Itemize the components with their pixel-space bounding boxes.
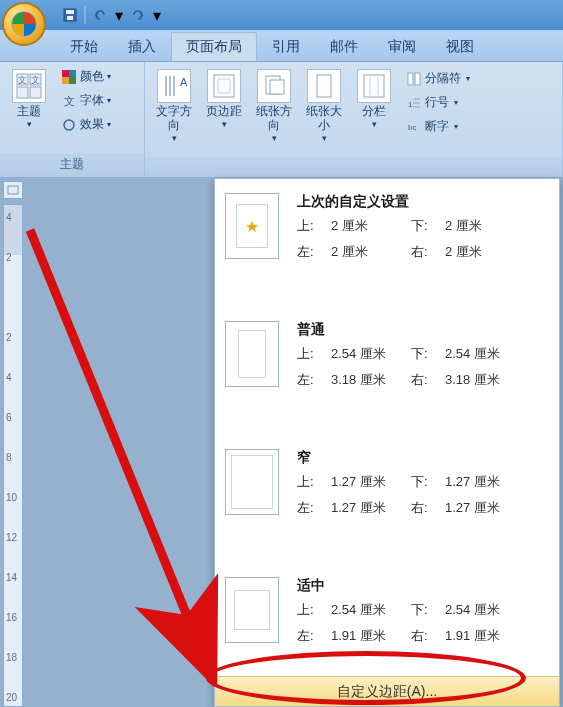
theme-effects[interactable]: 效果▾ bbox=[57, 114, 115, 135]
preset-values: 上:2 厘米下:2 厘米左:2 厘米右:2 厘米 bbox=[297, 217, 553, 261]
breaks-icon bbox=[406, 71, 422, 87]
orientation-label: 纸张方向 bbox=[252, 105, 296, 133]
margins-button[interactable]: 页边距 ▾ bbox=[199, 66, 249, 132]
margin-preset-narrow[interactable]: 窄上:1.27 厘米下:1.27 厘米左:1.27 厘米右:1.27 厘米 bbox=[215, 439, 559, 527]
fonts-icon: 文 bbox=[61, 93, 77, 109]
breaks-button[interactable]: 分隔符 bbox=[402, 68, 474, 89]
margin-preset-normal[interactable]: 普通上:2.54 厘米下:2.54 厘米左:3.18 厘米右:3.18 厘米 bbox=[215, 311, 559, 399]
margins-icon bbox=[207, 69, 241, 103]
tab-review[interactable]: 审阅 bbox=[373, 32, 431, 61]
orientation-button[interactable]: 纸张方向 ▾ bbox=[249, 66, 299, 146]
hyphen-icon: bc bbox=[406, 119, 422, 135]
svg-text:文: 文 bbox=[18, 75, 27, 85]
colors-label: 颜色 bbox=[80, 68, 104, 85]
ruler-tick: 4 bbox=[6, 372, 12, 383]
margin-preset-last_custom[interactable]: ★上次的自定义设置上:2 厘米下:2 厘米左:2 厘米右:2 厘米 bbox=[215, 183, 559, 271]
margin-preset-moderate[interactable]: 适中上:2.54 厘米下:2.54 厘米左:1.91 厘米右:1.91 厘米 bbox=[215, 567, 559, 655]
preset-values: 上:2.54 厘米下:2.54 厘米左:3.18 厘米右:3.18 厘米 bbox=[297, 345, 553, 389]
office-button[interactable] bbox=[2, 2, 46, 46]
preset-info: 普通上:2.54 厘米下:2.54 厘米左:3.18 厘米右:3.18 厘米 bbox=[297, 321, 553, 389]
ruler-tick: 2 bbox=[6, 332, 12, 343]
svg-rect-10 bbox=[69, 70, 76, 77]
svg-rect-12 bbox=[69, 77, 76, 84]
preset-title: 普通 bbox=[297, 321, 553, 339]
columns-button[interactable]: 分栏 ▾ bbox=[349, 66, 399, 132]
linenum-icon: 1 bbox=[406, 95, 422, 111]
colors-icon bbox=[61, 69, 77, 85]
undo-icon[interactable] bbox=[91, 6, 109, 24]
breaks-label: 分隔符 bbox=[425, 70, 461, 87]
svg-rect-11 bbox=[62, 77, 69, 84]
save-icon[interactable] bbox=[61, 6, 79, 24]
svg-rect-1 bbox=[66, 10, 74, 14]
ruler-tick: 14 bbox=[6, 572, 17, 583]
chevron-down-icon: ▾ bbox=[107, 120, 111, 129]
svg-text:A: A bbox=[180, 76, 188, 88]
ruler-tick: 6 bbox=[6, 412, 12, 423]
chevron-down-icon: ▾ bbox=[372, 119, 377, 129]
title-bar: ▾ ▾ bbox=[0, 0, 563, 30]
ruler-tick: 16 bbox=[6, 612, 17, 623]
star-icon: ★ bbox=[245, 217, 259, 236]
ruler-tick: 8 bbox=[6, 452, 12, 463]
theme-colors[interactable]: 颜色▾ bbox=[57, 66, 115, 87]
svg-rect-9 bbox=[62, 70, 69, 77]
text-direction-label: 文字方向 bbox=[152, 105, 196, 133]
theme-fonts[interactable]: 文 字体▾ bbox=[57, 90, 115, 111]
preset-preview-icon bbox=[225, 321, 279, 387]
text-direction-button[interactable]: A 文字方向 ▾ bbox=[149, 66, 199, 146]
tab-mailings[interactable]: 邮件 bbox=[315, 32, 373, 61]
svg-rect-27 bbox=[408, 73, 413, 85]
tab-references[interactable]: 引用 bbox=[257, 32, 315, 61]
qat-customize-icon[interactable]: ▾ bbox=[151, 6, 163, 24]
svg-rect-8 bbox=[30, 87, 41, 98]
preset-info: 窄上:1.27 厘米下:1.27 厘米左:1.27 厘米右:1.27 厘米 bbox=[297, 449, 553, 517]
ruler-tick: 10 bbox=[6, 492, 17, 503]
svg-rect-22 bbox=[270, 80, 284, 94]
qat-separator bbox=[84, 6, 86, 24]
preset-info: 适中上:2.54 厘米下:2.54 厘米左:1.91 厘米右:1.91 厘米 bbox=[297, 577, 553, 645]
size-icon bbox=[307, 69, 341, 103]
columns-icon bbox=[357, 69, 391, 103]
text-direction-icon: A bbox=[157, 69, 191, 103]
size-button[interactable]: 纸张大小 ▾ bbox=[299, 66, 349, 146]
hyphenation-button[interactable]: bc 断字 bbox=[402, 116, 474, 137]
effects-label: 效果 bbox=[80, 116, 104, 133]
chevron-down-icon: ▾ bbox=[172, 133, 177, 143]
svg-text:1: 1 bbox=[408, 100, 413, 109]
preset-preview-icon bbox=[225, 577, 279, 643]
theme-group-label: 主题 bbox=[0, 154, 144, 177]
tab-page-layout[interactable]: 页面布局 bbox=[171, 32, 257, 61]
line-numbers-button[interactable]: 1 行号 bbox=[402, 92, 474, 113]
theme-subgroup: 颜色▾ 文 字体▾ 效果▾ bbox=[54, 66, 115, 135]
tab-start[interactable]: 开始 bbox=[55, 32, 113, 61]
svg-rect-23 bbox=[317, 75, 331, 97]
svg-rect-34 bbox=[8, 186, 18, 194]
tab-insert[interactable]: 插入 bbox=[113, 32, 171, 61]
ribbon: 文文 主题 ▾ 颜色▾ 文 字体▾ 效果▾ 主题 bbox=[0, 62, 563, 178]
preset-preview-icon: ★ bbox=[225, 193, 279, 259]
quick-access-toolbar: ▾ ▾ bbox=[61, 6, 163, 24]
svg-text:文: 文 bbox=[31, 75, 40, 85]
document-area: 422468101214161820 ★上次的自定义设置上:2 厘米下:2 厘米… bbox=[0, 178, 563, 707]
ribbon-group-theme: 文文 主题 ▾ 颜色▾ 文 字体▾ 效果▾ 主题 bbox=[0, 62, 145, 177]
undo-dropdown-icon[interactable]: ▾ bbox=[113, 6, 125, 24]
size-label: 纸张大小 bbox=[302, 105, 346, 133]
svg-rect-2 bbox=[67, 16, 73, 20]
ribbon-tabs: 开始 插入 页面布局 引用 邮件 审阅 视图 bbox=[0, 30, 563, 62]
vertical-ruler[interactable]: 422468101214161820 bbox=[3, 204, 23, 707]
svg-rect-28 bbox=[415, 73, 420, 85]
preset-title: 上次的自定义设置 bbox=[297, 193, 553, 211]
svg-rect-7 bbox=[17, 87, 28, 98]
custom-margins-button[interactable]: 自定义边距(A)... bbox=[215, 676, 559, 706]
themes-button[interactable]: 文文 主题 ▾ bbox=[4, 66, 54, 132]
redo-icon[interactable] bbox=[129, 6, 147, 24]
ruler-tick: 12 bbox=[6, 532, 17, 543]
ruler-tick: 18 bbox=[6, 652, 17, 663]
margins-label: 页边距 bbox=[206, 105, 242, 119]
tab-view[interactable]: 视图 bbox=[431, 32, 489, 61]
preset-title: 适中 bbox=[297, 577, 553, 595]
svg-rect-24 bbox=[364, 75, 384, 97]
chevron-down-icon: ▾ bbox=[222, 119, 227, 129]
ribbon-group-page-setup: A 文字方向 ▾ 页边距 ▾ 纸张方向 ▾ 纸张大小 ▾ 分栏 bbox=[145, 62, 563, 177]
